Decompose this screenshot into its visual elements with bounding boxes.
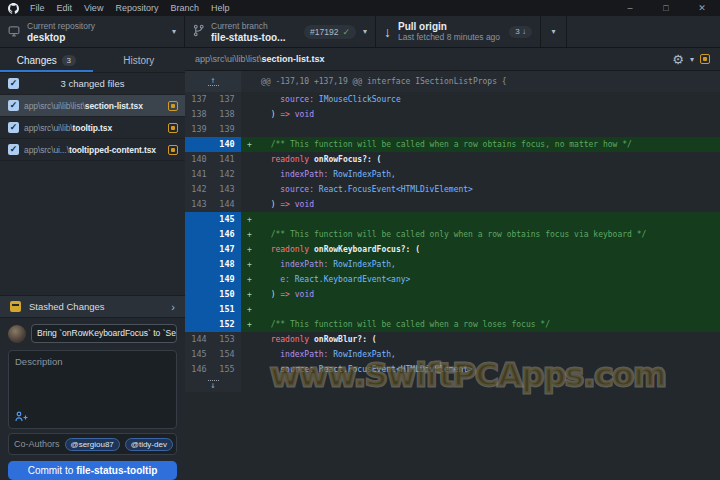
diff-line[interactable]: 143144 ) => void: [185, 197, 720, 212]
diff-line[interactable]: 149+ e: React.KeyboardEvent<any>: [185, 272, 720, 287]
chevron-down-icon: ▾: [551, 27, 555, 36]
add-coauthor-icon[interactable]: [15, 411, 28, 424]
expand-up-icon: ↑: [208, 77, 219, 86]
toolbar: Current repository desktop ▾ Current bra…: [0, 16, 720, 48]
description-placeholder: Description: [15, 356, 63, 367]
menu-file[interactable]: File: [24, 3, 51, 13]
coauthor-badge[interactable]: @sergiou87: [65, 438, 120, 451]
tab-history[interactable]: History: [93, 48, 186, 72]
chevron-down-icon[interactable]: ▾: [690, 55, 694, 64]
pull-origin-button[interactable]: ↓ Pull origin Last fetched 8 minutes ago…: [376, 16, 541, 47]
changed-files-header: ✓ 3 changed files: [0, 73, 185, 95]
diff-line[interactable]: 137137 source: IMouseClickSource: [185, 92, 720, 107]
computer-icon: [8, 23, 20, 41]
file-row[interactable]: ✓app\src\ui...\tooltipped-content.tsx: [0, 139, 185, 161]
avatar: [8, 325, 26, 343]
diff-line[interactable]: 142143 source: React.FocusEvent<HTMLDivE…: [185, 182, 720, 197]
diff-line[interactable]: 151+: [185, 302, 720, 317]
pull-subtitle: Last fetched 8 minutes ago: [398, 32, 502, 42]
menu-edit[interactable]: Edit: [51, 3, 79, 13]
sidebar-tabs: Changes 3 History: [0, 48, 185, 73]
sidebar: Changes 3 History ✓ 3 changed files ✓app…: [0, 48, 185, 480]
gear-icon[interactable]: ⚙: [672, 52, 684, 67]
pull-count-badge: 3 ↓: [509, 26, 532, 38]
modified-file-icon: [168, 101, 178, 111]
branch-label: Current branch: [211, 21, 297, 31]
hunk-header-text: @@ -137,10 +137,19 @@ interface ISection…: [241, 71, 507, 92]
diff-file-header: app\src\ui\lib\list\section-list.tsx ⚙ ▾: [185, 48, 720, 71]
select-all-checkbox[interactable]: ✓: [8, 78, 19, 89]
file-row[interactable]: ✓app\src\ui\lib\tooltip.tsx: [0, 117, 185, 139]
modified-file-icon: [700, 54, 710, 64]
diff-file-path: app\src\ui\lib\list\section-list.tsx: [195, 54, 672, 64]
chevron-down-icon: ▾: [172, 27, 176, 36]
pull-title: Pull origin: [398, 21, 502, 32]
minimize-button[interactable]: –: [612, 0, 648, 16]
maximize-button[interactable]: □: [648, 0, 684, 16]
stash-icon: [10, 301, 21, 312]
file-path: app\src\ui\lib\list\section-list.tsx: [24, 101, 166, 111]
diff-line[interactable]: 150+ ) => void: [185, 287, 720, 302]
diff-line[interactable]: 147+ readonly onRowKeyboardFocus?: (: [185, 242, 720, 257]
expand-up-button[interactable]: ↑: [185, 71, 241, 92]
diff-line[interactable]: 145+: [185, 212, 720, 227]
coauthors-label: Co-Authors: [14, 439, 60, 449]
tab-changes[interactable]: Changes 3: [0, 48, 93, 72]
titlebar: FileEditViewRepositoryBranchHelp –□✕: [0, 0, 720, 16]
file-checkbox[interactable]: ✓: [8, 122, 19, 133]
diff-line[interactable]: 144153 readonly onRowBlur?: (: [185, 332, 720, 347]
changed-files-label: 3 changed files: [19, 78, 166, 89]
diff-line[interactable]: 140141 readonly onRowFocus?: (: [185, 152, 720, 167]
chevron-down-icon: ▾: [363, 27, 367, 36]
close-button[interactable]: ✕: [684, 0, 720, 16]
diff-panel: app\src\ui\lib\list\section-list.tsx ⚙ ▾…: [185, 48, 720, 480]
menu-view[interactable]: View: [78, 3, 109, 13]
diff-view: ↑ @@ -137,10 +137,19 @@ interface ISecti…: [185, 71, 720, 480]
diff-line[interactable]: 152+ /** This function will be called wh…: [185, 317, 720, 332]
arrow-down-icon: ↓: [384, 24, 391, 40]
diff-line[interactable]: 139139: [185, 122, 720, 137]
check-icon: ✓: [342, 27, 350, 37]
repository-name: desktop: [27, 32, 165, 43]
commit-summary-input[interactable]: Bring `onRowKeyboardFocus` to `Se: [31, 324, 177, 343]
stash-label: Stashed Changes: [29, 301, 105, 312]
commit-description-input[interactable]: Description: [8, 350, 177, 429]
git-branch-icon: [193, 23, 204, 41]
file-path: app\src\ui...\tooltipped-content.tsx: [24, 145, 166, 155]
file-path: app\src\ui\lib\tooltip.tsx: [24, 123, 166, 133]
expand-down-icon: ↓: [208, 380, 219, 389]
menu-help[interactable]: Help: [205, 3, 236, 13]
file-row[interactable]: ✓app\src\ui\lib\list\section-list.tsx: [0, 95, 185, 117]
coauthor-badge[interactable]: @tidy-dev: [125, 438, 173, 451]
file-checkbox[interactable]: ✓: [8, 100, 19, 111]
commit-form: Bring `onRowKeyboardFocus` to `Se Descri…: [0, 318, 185, 480]
menu-repository[interactable]: Repository: [109, 3, 164, 13]
modified-file-icon: [168, 123, 178, 133]
modified-file-icon: [168, 145, 178, 155]
repository-label: Current repository: [27, 21, 165, 31]
hunk-header: ↑ @@ -137,10 +137,19 @@ interface ISecti…: [185, 71, 720, 92]
stashed-changes-bar[interactable]: Stashed Changes ›: [0, 295, 185, 318]
changes-count-badge: 3: [62, 55, 76, 66]
pull-options-button[interactable]: ▾: [541, 16, 567, 47]
file-checkbox[interactable]: ✓: [8, 144, 19, 155]
branch-name: file-status-too...: [211, 32, 297, 43]
menu-branch[interactable]: Branch: [164, 3, 205, 13]
pr-number-badge[interactable]: #17192✓: [304, 25, 356, 39]
current-repository-button[interactable]: Current repository desktop ▾: [0, 16, 185, 47]
github-logo-icon: [8, 3, 19, 14]
current-branch-button[interactable]: Current branch file-status-too... #17192…: [185, 16, 376, 47]
diff-line[interactable]: 138138 ) => void: [185, 107, 720, 122]
commit-button[interactable]: Commit to file-status-tooltip: [8, 461, 177, 480]
diff-line[interactable]: 148+ indexPath: RowIndexPath,: [185, 257, 720, 272]
expand-down-button[interactable]: ↓: [185, 377, 241, 392]
diff-line[interactable]: 140+ /** This function will be called wh…: [185, 137, 720, 152]
diff-line[interactable]: 146+ /** This function will be called on…: [185, 227, 720, 242]
coauthors-field[interactable]: Co-Authors @sergiou87@tidy-dev: [8, 433, 177, 455]
diff-line[interactable]: 141142 indexPath: RowIndexPath,: [185, 167, 720, 182]
chevron-right-icon: ›: [171, 301, 175, 313]
